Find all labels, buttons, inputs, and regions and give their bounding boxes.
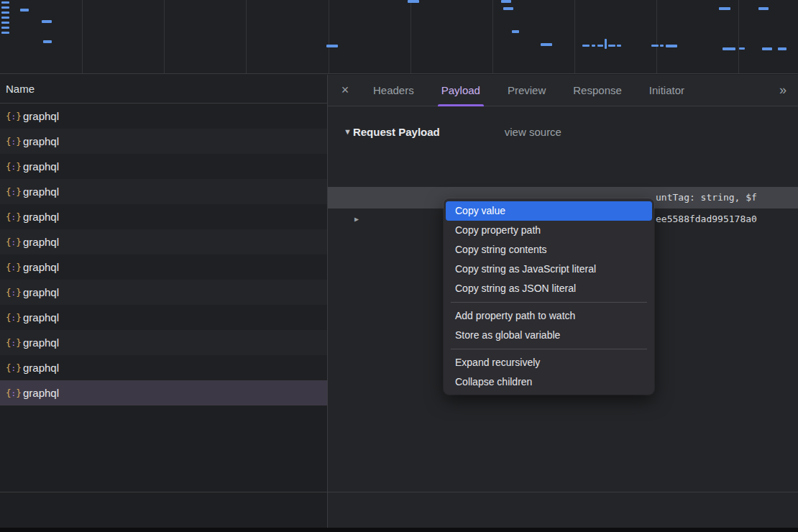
request-name-label: graphql — [23, 311, 59, 324]
brace-right: } — [16, 287, 22, 298]
menu-item-copy-string-as-json-literal[interactable]: Copy string as JSON literal — [446, 279, 652, 298]
request-row[interactable]: {:}graphql — [0, 305, 327, 330]
status-bar-divider — [0, 492, 798, 492]
request-row[interactable]: {:}graphql — [0, 204, 327, 229]
timeline-activity-bar — [608, 45, 615, 47]
brace-left: { — [6, 136, 12, 147]
timeline-activity-bar — [326, 45, 338, 47]
timeline-activity-bar — [597, 45, 603, 47]
menu-item-add-property-path-to-watch[interactable]: Add property path to watch — [446, 306, 652, 326]
timeline-activity-bar — [617, 45, 621, 47]
request-name-label: graphql — [23, 160, 59, 173]
tab-headers[interactable]: Headers — [359, 75, 428, 106]
request-row[interactable]: {:}graphql — [0, 330, 327, 355]
timeline-activity-bar — [43, 40, 52, 43]
brace-right: } — [16, 237, 22, 247]
request-name-label: graphql — [23, 110, 59, 122]
json-braces-icon: {:} — [6, 387, 23, 398]
timeline-activity-bar — [42, 20, 52, 23]
brace-right: } — [16, 387, 22, 398]
request-row[interactable]: {:}graphql — [0, 380, 327, 405]
section-collapse-icon[interactable]: ▼ — [344, 127, 352, 136]
timeline-activity-bar — [582, 45, 590, 47]
brace-left: { — [6, 161, 12, 172]
menu-item-copy-property-path[interactable]: Copy property path — [446, 221, 652, 240]
request-row[interactable]: {:}graphql — [0, 129, 327, 154]
expand-caret-icon[interactable]: ▶ — [354, 208, 359, 230]
request-name-label: graphql — [23, 185, 59, 198]
timeline-activity-bar — [20, 9, 29, 12]
brace-left: { — [6, 111, 12, 121]
devtools-network-panel: Name {:}graphql{:}graphql{:}graphql{:}gr… — [0, 0, 798, 532]
panel-splitter[interactable] — [327, 75, 328, 528]
timeline-gridline — [164, 0, 165, 74]
request-name-label: graphql — [23, 261, 59, 273]
more-tabs-icon[interactable]: » — [779, 83, 798, 98]
brace-left: { — [6, 287, 12, 298]
timeline-activity-bar — [501, 0, 511, 3]
request-row[interactable]: {:}graphql — [0, 179, 327, 204]
json-braces-icon: {:} — [6, 186, 23, 197]
menu-item-expand-recursively[interactable]: Expand recursively — [446, 353, 652, 372]
json-braces-icon: {:} — [6, 287, 23, 298]
request-payload-section: ▼ Request Payload view source — [328, 119, 798, 144]
brace-right: } — [16, 262, 22, 272]
timeline-activity-bar — [723, 47, 735, 50]
timeline-activity-bar — [592, 45, 595, 47]
request-row[interactable]: {:}graphql — [0, 254, 327, 280]
brace-right: } — [16, 312, 22, 323]
brace-left: { — [6, 312, 12, 323]
request-name-label: graphql — [23, 286, 59, 298]
timeline-gridline — [492, 0, 493, 74]
network-overview-timeline[interactable] — [0, 0, 798, 74]
brace-left: { — [6, 337, 12, 348]
request-row[interactable]: {:}graphql — [0, 104, 327, 129]
tab-initiator[interactable]: Initiator — [636, 75, 698, 106]
tabs-container: HeadersPayloadPreviewResponseInitiator — [359, 75, 698, 106]
timeline-gridline — [411, 0, 411, 74]
timeline-activity-bar — [651, 45, 659, 47]
menu-item-copy-string-as-javascript-literal[interactable]: Copy string as JavaScript literal — [446, 260, 652, 279]
request-name-label: graphql — [23, 336, 59, 349]
request-row[interactable]: {:}graphql — [0, 280, 327, 305]
timeline-activity-bar — [762, 47, 772, 50]
request-row[interactable]: {:}graphql — [0, 229, 327, 254]
json-braces-icon: {:} — [6, 237, 23, 247]
request-row[interactable]: {:}graphql — [0, 154, 327, 179]
json-braces-icon: {:} — [6, 136, 23, 147]
name-column-header[interactable]: Name — [0, 75, 327, 104]
tree-row-operation-name[interactable]: operationName: "ipFlowTimeseries" — [328, 165, 798, 187]
json-braces-icon: {:} — [6, 161, 23, 172]
tab-preview[interactable]: Preview — [494, 75, 559, 106]
request-name-label: graphql — [23, 387, 59, 399]
brace-right: } — [16, 211, 22, 222]
timeline-activity-bar — [660, 45, 664, 47]
timeline-gridline — [738, 0, 739, 74]
section-title: Request Payload — [353, 126, 440, 138]
timeline-activity-bar — [1, 22, 9, 24]
timeline-gridline — [329, 0, 329, 74]
timeline-activity-bar — [739, 47, 745, 50]
timeline-activity-bar — [1, 6, 9, 9]
brace-left: { — [6, 186, 12, 197]
menu-item-copy-value[interactable]: Copy value — [446, 201, 652, 221]
menu-item-collapse-children[interactable]: Collapse children — [446, 372, 652, 392]
menu-item-store-as-global-variable[interactable]: Store as global variable — [446, 326, 652, 345]
request-name-label: graphql — [23, 362, 59, 374]
tree-row-root[interactable]: ▼{operationName: "ipFlowTimeseries", var… — [328, 144, 798, 165]
tab-response[interactable]: Response — [559, 75, 636, 106]
timeline-activity-bar — [1, 32, 9, 34]
json-braces-icon: {:} — [6, 262, 23, 272]
menu-item-copy-string-contents[interactable]: Copy string contents — [446, 240, 652, 260]
brace-right: } — [16, 136, 22, 147]
timeline-gridline — [246, 0, 247, 74]
detail-tabbar: × HeadersPayloadPreviewResponseInitiator… — [328, 75, 798, 106]
view-source-link[interactable]: view source — [505, 126, 561, 138]
tab-payload[interactable]: Payload — [428, 75, 494, 106]
brace-left: { — [6, 237, 12, 247]
request-name-label: graphql — [23, 211, 59, 223]
close-icon[interactable]: × — [336, 83, 354, 98]
menu-separator — [451, 349, 647, 349]
request-row[interactable]: {:}graphql — [0, 355, 327, 380]
timeline-activity-bar — [1, 12, 9, 14]
